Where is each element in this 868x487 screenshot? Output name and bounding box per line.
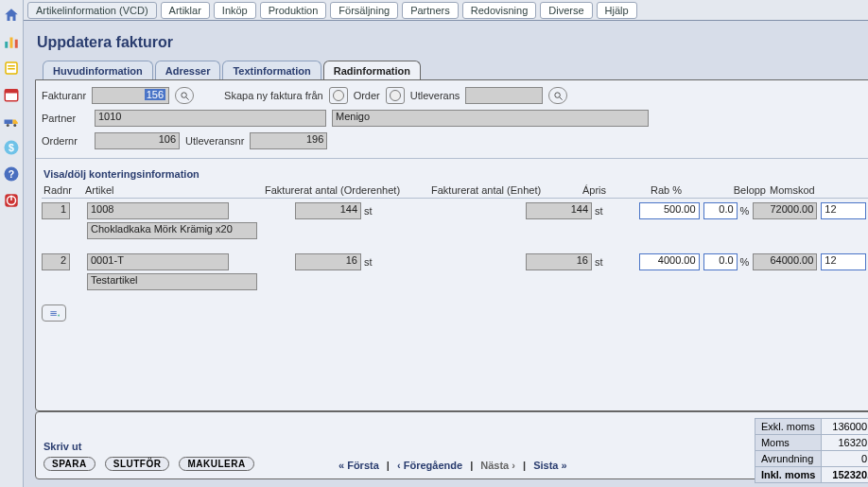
menu-inkop[interactable]: Inköp — [214, 2, 256, 19]
skapa-label: Skapa ny faktura från — [224, 90, 323, 101]
pager-last[interactable]: Sista » — [533, 460, 566, 471]
calendar-icon[interactable] — [0, 83, 23, 106]
belopp-value: 64000.00 — [753, 253, 817, 270]
belopp-value: 72000.00 — [753, 202, 817, 219]
tab-adresser[interactable]: Adresser — [155, 61, 221, 79]
svg-line-19 — [560, 96, 563, 99]
q1-input[interactable]: 16 — [295, 253, 361, 270]
svg-point-8 — [13, 124, 16, 127]
unit-label: st — [595, 205, 603, 217]
truck-icon[interactable] — [0, 110, 23, 132]
col-rab: Rab % — [649, 184, 698, 196]
svg-text:$: $ — [9, 142, 14, 153]
konto-toggle[interactable]: Visa/dölj konteringsinformation — [43, 168, 868, 180]
power-icon[interactable] — [0, 189, 23, 212]
search-fakturanr-button[interactable] — [175, 87, 194, 104]
col-radnr: Radnr — [42, 184, 83, 196]
home-icon[interactable] — [0, 4, 23, 26]
partner-name-input[interactable]: Menigo — [332, 110, 649, 127]
menu-produktion[interactable]: Produktion — [260, 2, 327, 19]
col-belopp: Belopp — [698, 184, 768, 196]
svg-rect-24 — [50, 311, 56, 312]
svg-text:+: + — [57, 313, 59, 318]
radnr-input[interactable]: 2 — [42, 253, 70, 270]
partner-code-input[interactable]: 1010 — [95, 110, 326, 127]
sidebar: $ ? — [0, 0, 24, 487]
svg-rect-25 — [50, 313, 56, 314]
cancel-button[interactable]: MAKULERA — [179, 457, 253, 471]
svg-line-17 — [185, 96, 188, 99]
artikel-input[interactable]: 0001-T — [87, 253, 229, 270]
menu-diverse[interactable]: Diverse — [540, 2, 592, 19]
rab-input[interactable]: 0.0 — [703, 253, 738, 270]
utlevnr-input[interactable]: 196 — [250, 132, 327, 149]
tab-huvud[interactable]: Huvudinformation — [43, 61, 153, 79]
tab-textinfo[interactable]: Textinformation — [222, 61, 321, 79]
pct-label: % — [740, 205, 750, 217]
col-artikel: Artikel — [83, 184, 263, 196]
menu-artikelinfo[interactable]: Artikelinformation (VCD) — [27, 2, 157, 19]
page-title: Uppdatera fakturor — [37, 34, 868, 51]
search-skapa-button[interactable] — [548, 87, 567, 104]
svg-point-7 — [7, 124, 9, 127]
menu-partners[interactable]: Partners — [402, 2, 459, 19]
unit-label: st — [364, 205, 373, 217]
radio-utleverans[interactable] — [386, 87, 405, 104]
menu-redovisning[interactable]: Redovisning — [462, 2, 537, 19]
col-apris: Ápris — [581, 184, 649, 196]
print-link[interactable]: Skriv ut — [43, 441, 81, 452]
fakturanr-input[interactable]: 156 — [145, 89, 165, 100]
ordernr-input[interactable]: 106 — [95, 132, 180, 149]
apris-input[interactable]: 4000.00 — [639, 253, 700, 270]
utleverans-radio-label: Utleverans — [410, 90, 460, 101]
note-icon[interactable] — [0, 57, 23, 79]
fakturanr-label: Fakturanr — [42, 90, 86, 101]
tabs: Huvudinformation Adresser Textinformatio… — [35, 61, 868, 79]
skapa-ref-input[interactable] — [465, 87, 543, 104]
col-fq2: Fakturerat antal (Enhet) — [429, 184, 581, 196]
pager-first[interactable]: « Första — [339, 460, 379, 471]
radnr-input[interactable]: 1 — [42, 202, 70, 219]
moms-input[interactable]: 12 — [821, 253, 866, 270]
menu-forsaljning[interactable]: Försäljning — [330, 2, 398, 19]
total-moms-label: Moms — [755, 435, 821, 451]
dollar-icon[interactable]: $ — [0, 136, 23, 159]
help-icon[interactable]: ? — [0, 163, 23, 185]
panel-radinfo: Fakturanr 156 Skapa ny faktura från Orde… — [35, 79, 868, 411]
partner-label: Partner — [42, 113, 89, 124]
pager: « Första | ‹ Föregående | Nästa › | Sist… — [339, 460, 567, 471]
menu-artiklar[interactable]: Artiklar — [161, 2, 210, 19]
artikel-name: Testartikel — [87, 273, 257, 290]
moms-input[interactable]: 12 — [821, 202, 866, 219]
finish-button[interactable]: SLUTFÖR — [105, 457, 170, 471]
artikel-input[interactable]: 1008 — [87, 202, 229, 219]
total-exkl-label: Exkl. moms — [755, 419, 821, 435]
menu-hjalp[interactable]: Hjälp — [597, 2, 637, 19]
col-moms: Momskod — [768, 184, 840, 196]
svg-rect-26 — [50, 314, 56, 315]
svg-rect-6 — [5, 120, 13, 125]
radio-order[interactable] — [329, 87, 348, 104]
save-button[interactable]: SPARA — [43, 457, 95, 471]
q1-input[interactable]: 144 — [295, 202, 361, 219]
rab-input[interactable]: 0.0 — [703, 202, 738, 219]
q2-input[interactable]: 16 — [526, 253, 592, 270]
q2-input[interactable]: 144 — [526, 202, 592, 219]
svg-point-16 — [181, 92, 186, 97]
pager-next[interactable]: Nästa › — [480, 460, 515, 471]
total-moms-value: 16320.00 — [822, 435, 868, 451]
total-avr-label: Avrundning — [755, 451, 821, 467]
chart-icon[interactable] — [0, 30, 23, 53]
pager-prev[interactable]: ‹ Föregående — [397, 460, 462, 471]
tab-radinfo[interactable]: Radinformation — [323, 61, 421, 79]
table-row: 1 1008 Chokladkaka Mörk Krämig x20 144st… — [42, 202, 868, 246]
total-inkl-value: 152320.00 — [822, 467, 868, 483]
total-inkl-label: Inkl. moms — [755, 467, 821, 483]
svg-rect-2 — [15, 40, 18, 48]
apris-input[interactable]: 500.00 — [639, 202, 700, 219]
order-radio-label: Order — [354, 90, 380, 101]
add-row-button[interactable]: + — [42, 304, 66, 322]
pct-label: % — [740, 256, 750, 268]
total-exkl-value: 136000.00 — [822, 419, 868, 435]
artikel-name: Chokladkaka Mörk Krämig x20 — [87, 222, 257, 239]
